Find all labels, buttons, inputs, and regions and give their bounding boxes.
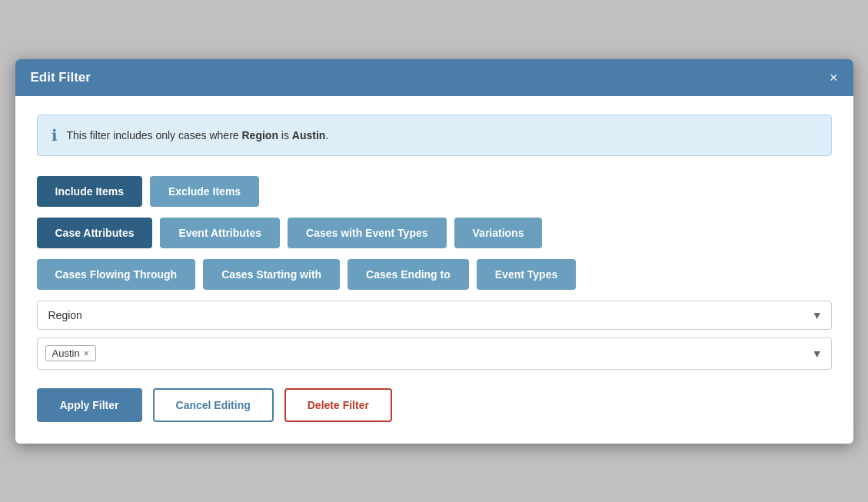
- filter-variations-button[interactable]: Variations: [454, 218, 543, 248]
- dialog-header: Edit Filter ×: [15, 59, 853, 96]
- info-value: Austin: [292, 129, 326, 141]
- filter-event-types-button[interactable]: Event Types: [477, 259, 576, 290]
- info-connector: is: [278, 129, 292, 141]
- info-icon: ℹ: [52, 126, 58, 145]
- edit-filter-dialog: Edit Filter × ℹ This filter includes onl…: [15, 59, 853, 444]
- tag-input-inner: Austin ×: [37, 337, 832, 370]
- action-row: Apply Filter Cancel Editing Delete Filte…: [37, 388, 832, 422]
- delete-filter-button[interactable]: Delete Filter: [284, 388, 392, 422]
- info-suffix: .: [325, 129, 328, 141]
- filter-event-attributes-button[interactable]: Event Attributes: [160, 218, 280, 248]
- include-exclude-row: Include Items Exclude Items: [37, 176, 832, 207]
- attribute-select[interactable]: Region City Country Status: [37, 301, 832, 330]
- filter-type-row2: Cases Flowing Through Cases Starting wit…: [37, 259, 832, 290]
- cancel-editing-button[interactable]: Cancel Editing: [153, 388, 274, 422]
- info-prefix: This filter includes only cases where: [67, 129, 242, 141]
- dialog-body: ℹ This filter includes only cases where …: [15, 96, 853, 444]
- info-text: This filter includes only cases where Re…: [67, 129, 329, 141]
- tag-label: Austin: [52, 347, 80, 359]
- tag-remove-icon[interactable]: ×: [84, 348, 89, 359]
- value-tag-input-wrapper[interactable]: Austin × ▼: [37, 337, 832, 370]
- info-attribute: Region: [242, 129, 278, 141]
- filter-cases-ending-to-button[interactable]: Cases Ending to: [348, 259, 469, 290]
- filter-cases-with-event-types-button[interactable]: Cases with Event Types: [288, 218, 446, 248]
- include-items-button[interactable]: Include Items: [37, 176, 142, 207]
- info-box: ℹ This filter includes only cases where …: [37, 115, 832, 156]
- filter-cases-flowing-through-button[interactable]: Cases Flowing Through: [37, 259, 196, 290]
- filter-section: Region City Country Status ▼ Austin × ▼: [37, 301, 832, 370]
- filter-cases-starting-with-button[interactable]: Cases Starting with: [203, 259, 340, 290]
- filter-type-row1: Case Attributes Event Attributes Cases w…: [37, 218, 832, 248]
- tag-austin: Austin ×: [45, 345, 96, 361]
- exclude-items-button[interactable]: Exclude Items: [150, 176, 259, 207]
- filter-case-attributes-button[interactable]: Case Attributes: [37, 218, 153, 248]
- attribute-select-wrapper: Region City Country Status ▼: [37, 301, 832, 330]
- dialog-title: Edit Filter: [31, 70, 91, 85]
- apply-filter-button[interactable]: Apply Filter: [37, 388, 142, 422]
- close-button[interactable]: ×: [830, 71, 838, 85]
